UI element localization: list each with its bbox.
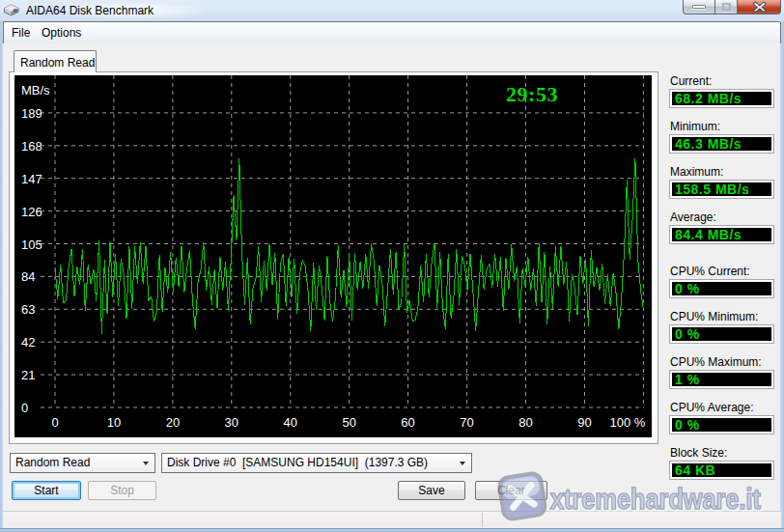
svg-text:0: 0	[51, 415, 58, 430]
svg-text:40: 40	[284, 415, 297, 430]
svg-text:10: 10	[107, 415, 121, 430]
svg-text:105: 105	[21, 238, 42, 252]
svg-text:29:53: 29:53	[506, 82, 558, 106]
svg-text:50: 50	[342, 415, 355, 430]
svg-text:126: 126	[21, 205, 42, 219]
svg-text:20: 20	[166, 415, 180, 430]
svg-text:xtremehardware.it: xtremehardware.it	[550, 484, 761, 515]
svg-text:147: 147	[21, 172, 42, 186]
svg-text:30: 30	[225, 415, 238, 430]
svg-text:21: 21	[21, 368, 35, 382]
svg-text:80: 80	[518, 415, 532, 430]
svg-text:60: 60	[401, 415, 414, 430]
svg-text:42: 42	[21, 335, 35, 350]
svg-text:100 %: 100 %	[610, 415, 646, 430]
svg-text:70: 70	[460, 415, 473, 430]
svg-text:189: 189	[21, 106, 42, 121]
svg-text:MB/s: MB/s	[21, 83, 50, 98]
svg-text:90: 90	[577, 415, 591, 430]
svg-text:168: 168	[21, 139, 42, 154]
svg-text:63: 63	[21, 302, 35, 317]
svg-text:84: 84	[21, 269, 35, 284]
svg-text:0: 0	[21, 401, 28, 415]
